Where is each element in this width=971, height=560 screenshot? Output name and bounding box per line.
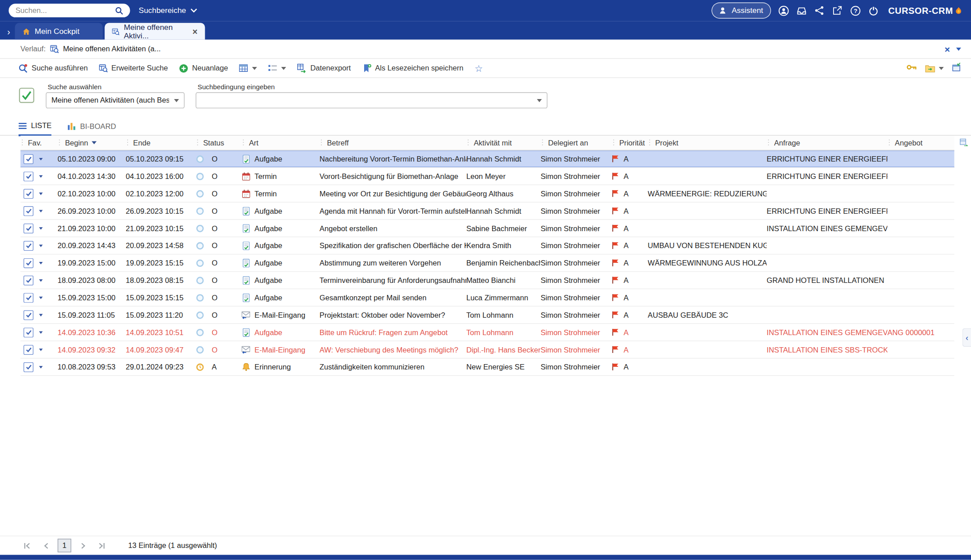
tab-close-icon[interactable]: × <box>192 27 197 35</box>
column-header-angebot[interactable]: Angebot <box>888 138 954 147</box>
favorite-checkbox[interactable] <box>24 293 33 303</box>
row-menu-caret[interactable] <box>39 331 42 334</box>
table-row[interactable]: 02.10.2023 10:00 02.10.2023 12:00 O <box>21 185 954 203</box>
tab-meine-offenen-aktivitaeten[interactable]: Meine offenen Aktivi... × <box>105 23 205 39</box>
favorite-checkbox[interactable] <box>24 310 33 320</box>
favorite-checkbox[interactable] <box>24 206 33 216</box>
column-header-projekt[interactable]: Projekt <box>648 138 767 147</box>
favorite-checkbox[interactable] <box>24 258 33 268</box>
global-search-input[interactable] <box>14 5 110 15</box>
table-view-dropdown[interactable] <box>239 64 257 72</box>
tab-mein-cockpit[interactable]: Mein Cockpit <box>15 23 103 39</box>
row-menu-caret[interactable] <box>39 175 42 178</box>
search-scope-dropdown[interactable]: Suchbereiche <box>139 6 198 15</box>
row-menu-caret[interactable] <box>39 365 42 368</box>
column-drag-handle[interactable] <box>888 139 891 147</box>
column-header-aktivitaet-mit[interactable]: Aktivität mit <box>466 138 541 147</box>
right-panel-expander[interactable]: ‹ <box>963 328 971 347</box>
table-row[interactable]: 15.09.2023 15:00 15.09.2023 15:15 O <box>21 289 954 307</box>
row-menu-caret[interactable] <box>39 348 42 351</box>
column-drag-handle[interactable] <box>648 139 651 147</box>
row-menu-caret[interactable] <box>39 261 42 264</box>
favorite-checkbox[interactable] <box>24 154 33 164</box>
pager-prev-button[interactable] <box>39 539 53 552</box>
row-menu-caret[interactable] <box>39 244 42 247</box>
table-row[interactable]: 20.09.2023 14:43 20.09.2023 14:58 O <box>21 237 954 255</box>
pager-next-button[interactable] <box>76 539 90 552</box>
column-header-delegiert-an[interactable]: Delegiert an <box>541 138 612 147</box>
new-record-button[interactable]: Neuanlage <box>179 63 228 73</box>
favorite-checkbox[interactable] <box>24 275 33 285</box>
table-import-icon[interactable] <box>952 62 961 74</box>
permissions-key-icon[interactable] <box>907 63 917 73</box>
search-condition-dropdown[interactable] <box>196 92 548 108</box>
history-value[interactable]: Meine offenen Aktivitäten (a... <box>63 45 161 53</box>
table-row[interactable]: 21.09.2023 10:00 21.09.2023 10:15 O <box>21 220 954 237</box>
column-header-art[interactable]: Art <box>241 138 320 147</box>
row-menu-caret[interactable] <box>39 279 42 282</box>
column-header-betreff[interactable]: Betreff <box>320 138 466 147</box>
table-row[interactable]: 05.10.2023 09:00 05.10.2023 09:15 O <box>21 150 954 168</box>
advanced-search-button[interactable]: Erweiterte Suche <box>99 64 168 72</box>
row-menu-caret[interactable] <box>39 314 42 316</box>
table-row[interactable]: 10.08.2023 09:53 29.01.2024 09:23 A <box>21 359 954 376</box>
pager-last-button[interactable] <box>95 539 108 552</box>
table-row[interactable]: 18.09.2023 08:00 18.09.2023 08:15 O <box>21 272 954 289</box>
table-row[interactable]: 14.09.2023 10:36 14.09.2023 10:51 O <box>21 324 954 341</box>
list-view-dropdown[interactable] <box>268 64 286 72</box>
column-header-beginn[interactable]: Beginn <box>58 138 126 147</box>
inbox-icon[interactable] <box>796 5 807 16</box>
logout-power-icon[interactable] <box>868 5 879 16</box>
column-drag-handle[interactable] <box>242 139 245 147</box>
column-drag-handle[interactable] <box>196 139 199 147</box>
favorite-checkbox[interactable] <box>24 189 33 199</box>
view-tab-liste[interactable]: LISTE <box>19 121 52 136</box>
assistant-button[interactable]: Assistent <box>711 3 771 19</box>
column-drag-handle[interactable] <box>58 139 61 147</box>
column-header-prioritaet[interactable]: Priorität <box>612 138 647 147</box>
favorite-star-icon[interactable]: ☆ <box>474 63 483 73</box>
table-row[interactable]: 04.10.2023 14:30 04.10.2023 16:00 O <box>21 168 954 185</box>
column-drag-handle[interactable] <box>21 139 24 147</box>
favorite-checkbox[interactable] <box>24 171 33 181</box>
help-icon[interactable]: ? <box>850 5 861 16</box>
row-menu-caret[interactable] <box>39 227 42 230</box>
run-search-button[interactable]: Suche ausführen <box>19 63 88 73</box>
column-header-anfrage[interactable]: Anfrage <box>767 138 888 147</box>
panel-expand-chevron[interactable]: › <box>3 27 15 40</box>
column-drag-handle[interactable] <box>467 139 469 147</box>
save-bookmark-button[interactable]: Als Lesezeichen speichern <box>362 63 463 73</box>
favorite-checkbox[interactable] <box>24 362 33 372</box>
column-drag-handle[interactable] <box>612 139 615 147</box>
history-close-icon[interactable]: × <box>945 44 950 54</box>
row-menu-caret[interactable] <box>39 210 42 212</box>
history-chevron-icon[interactable] <box>956 47 961 50</box>
row-menu-caret[interactable] <box>39 296 42 299</box>
column-drag-handle[interactable] <box>541 139 544 147</box>
open-folder-dropdown[interactable] <box>925 64 944 72</box>
row-menu-caret[interactable] <box>39 192 42 195</box>
column-drag-handle[interactable] <box>126 139 129 147</box>
favorite-checkbox[interactable] <box>24 327 33 337</box>
account-icon[interactable] <box>778 5 789 16</box>
favorite-checkbox[interactable] <box>24 223 33 233</box>
favorite-checkbox[interactable] <box>24 241 33 250</box>
table-row[interactable]: 26.09.2023 10:00 26.09.2023 10:15 O <box>21 203 954 220</box>
search-select-dropdown[interactable]: Meine offenen Aktivitäten (auch Besp... <box>46 92 185 108</box>
search-icon[interactable] <box>113 5 124 16</box>
column-drag-handle[interactable] <box>767 139 770 147</box>
column-header-fav[interactable]: Fav. <box>21 138 58 147</box>
column-header-ende[interactable]: Ende <box>126 138 196 147</box>
share-icon[interactable] <box>814 5 825 16</box>
column-drag-handle[interactable] <box>320 139 323 147</box>
data-export-button[interactable]: Datenexport <box>297 63 351 73</box>
table-row[interactable]: 19.09.2023 15:00 19.09.2023 15:15 O <box>21 254 954 272</box>
favorite-checkbox[interactable] <box>24 344 33 354</box>
pager-current-page[interactable]: 1 <box>58 539 71 552</box>
pager-first-button[interactable] <box>21 539 34 552</box>
table-row[interactable]: 14.09.2023 09:32 14.09.2023 09:47 O <box>21 341 954 359</box>
global-search[interactable] <box>8 4 130 17</box>
row-menu-caret[interactable] <box>39 158 42 160</box>
view-tab-bi-board[interactable]: BI-BOARD <box>68 122 116 135</box>
column-header-status[interactable]: Status <box>196 138 242 147</box>
